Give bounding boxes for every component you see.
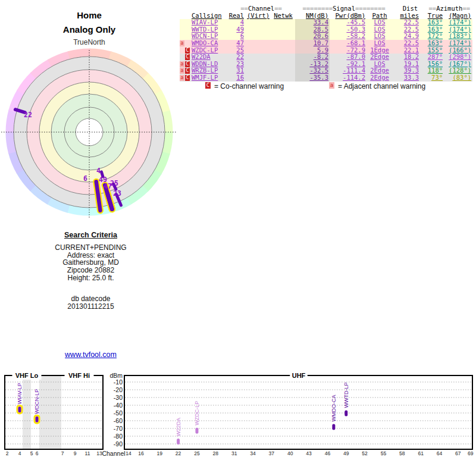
cell-miles[interactable]: 24.9 — [393, 33, 420, 40]
warning-markers: aC — [180, 61, 192, 68]
cell-callsign[interactable]: WMDO-CA — [192, 40, 227, 47]
cell-pwr[interactable]: -111.4 — [330, 67, 367, 74]
channel-tick-label: 69 — [468, 450, 474, 456]
cell-nm[interactable]: -13.2 — [295, 61, 330, 68]
cell-nm[interactable]: -32.5 — [295, 67, 330, 74]
cell-nm[interactable]: 33.4 — [295, 19, 330, 26]
spectrum-marker-WWTD-LP — [345, 410, 347, 416]
channel-tick-label: 4 — [18, 450, 21, 456]
cell-miles[interactable]: 19.1 — [393, 61, 420, 68]
cell-true[interactable]: 172° — [420, 33, 444, 40]
channel-tick-label: 6 — [36, 450, 39, 456]
cell-magn[interactable]: (174°) — [444, 26, 472, 33]
cell-real[interactable]: 6 — [227, 33, 245, 40]
cell-magn[interactable]: (174°) — [444, 40, 472, 47]
cell-nm[interactable]: -35.3 — [295, 74, 330, 82]
cell-netwk — [271, 40, 295, 47]
cell-pwr[interactable]: -68.1 — [330, 40, 367, 47]
cell-true[interactable]: 73° — [420, 74, 444, 82]
cell-virt — [245, 40, 271, 47]
cell-path[interactable]: LOS — [367, 40, 393, 47]
cell-miles[interactable]: 39.3 — [393, 67, 420, 74]
cell-nm[interactable]: 20.6 — [295, 33, 330, 40]
cell-nm[interactable]: 5.9 — [295, 47, 330, 54]
cell-pwr[interactable]: -114.2 — [330, 74, 367, 82]
cell-miles[interactable]: 22.5 — [393, 26, 420, 33]
cell-magn[interactable]: (298°) — [444, 54, 472, 61]
cell-callsign[interactable]: WDCN-LP — [192, 33, 227, 40]
cell-true[interactable]: 156° — [420, 61, 444, 68]
cell-callsign[interactable]: WRZB-LP — [192, 67, 227, 74]
spectrum-signal-label: WWTD-LP — [343, 382, 349, 408]
cell-callsign[interactable]: WMJF-LP — [192, 74, 227, 82]
spectrum-signal-label: WMDO-CA — [331, 395, 337, 422]
cell-path[interactable]: 2Edge — [367, 74, 393, 82]
cell-true[interactable]: 118° — [420, 67, 444, 74]
dist-group-header: Dist — [393, 5, 420, 12]
cell-pwr[interactable]: -92.1 — [330, 61, 367, 68]
cell-callsign[interactable]: WWTD-LP — [192, 26, 227, 33]
tvfool-report: Home Analog Only TrueNorth N 22449476252… — [0, 0, 476, 457]
cell-magn[interactable]: (83°) — [444, 74, 472, 82]
adjacent-warning-label: = Adjacent channel warning — [338, 82, 425, 90]
cell-miles[interactable]: 22.5 — [393, 40, 420, 47]
cell-real[interactable]: 16 — [227, 74, 245, 82]
cell-pwr[interactable]: -72.9 — [330, 47, 367, 54]
search-criteria-line: Height: 25.0 ft. — [0, 274, 181, 282]
cell-magn[interactable]: (128°) — [444, 67, 472, 74]
cell-callsign[interactable]: WZDC-LP — [192, 47, 227, 54]
cell-true[interactable]: 155° — [420, 47, 444, 54]
cell-path[interactable]: LOS — [367, 26, 393, 33]
cell-true[interactable]: 163° — [420, 40, 444, 47]
spectrum-marker-W22DA — [177, 439, 180, 445]
channel-tick-label: 31 — [231, 450, 237, 456]
cell-miles[interactable]: 22.1 — [393, 47, 420, 54]
table-row: aCWMJF-LP16-35.3-114.22Edge33.373°(83°) — [180, 74, 472, 82]
cell-true[interactable]: 163° — [420, 19, 444, 26]
channel-tick-label: 49 — [343, 450, 349, 456]
channel-tick-label: 11 — [85, 450, 90, 456]
col-path: Path — [367, 12, 393, 20]
cell-pwr[interactable]: -87.0 — [330, 54, 367, 61]
cell-miles[interactable]: 22.5 — [393, 19, 420, 26]
cell-callsign[interactable]: WIAV-LP — [192, 19, 227, 26]
cell-path[interactable]: 2Edge — [367, 54, 393, 61]
cell-callsign[interactable]: W22DA — [192, 54, 227, 61]
cell-callsign[interactable]: WDDN-LD — [192, 61, 227, 68]
cell-miles[interactable]: 33.3 — [393, 74, 420, 82]
dbm-tick-label: -80 — [114, 433, 123, 440]
cell-path[interactable]: LOS — [367, 33, 393, 40]
cell-path[interactable]: LOS — [367, 61, 393, 68]
cell-pwr[interactable]: -50.3 — [330, 26, 367, 33]
cell-path[interactable]: 1Edge — [367, 47, 393, 54]
cell-nm[interactable]: 10.7 — [295, 40, 330, 47]
cell-nm[interactable]: -8.2 — [295, 54, 330, 61]
channel-group-header: ==Channel== — [227, 5, 295, 12]
cell-true[interactable]: 287° — [420, 54, 444, 61]
cell-virt — [245, 61, 271, 68]
table-row: aCWDCN-LP620.6-58.2LOS24.9172°(183°) — [180, 33, 472, 40]
cell-real[interactable]: 31 — [227, 67, 245, 74]
cell-real[interactable]: 4 — [227, 19, 245, 26]
spectrum-marker-WIAV-LP — [18, 406, 21, 412]
cell-real[interactable]: 22 — [227, 54, 245, 61]
cell-pwr[interactable]: -58.2 — [330, 33, 367, 40]
col-miles: miles — [393, 12, 420, 20]
tvfool-link[interactable]: www.tvfool.com — [0, 350, 181, 359]
cell-nm[interactable]: 28.5 — [295, 26, 330, 33]
cell-real[interactable]: 25 — [227, 47, 245, 54]
cell-real[interactable]: 49 — [227, 26, 245, 33]
cell-real[interactable]: 23 — [227, 61, 245, 68]
cell-magn[interactable]: (183°) — [444, 33, 472, 40]
cell-real[interactable]: 47 — [227, 40, 245, 47]
cell-netwk — [271, 33, 295, 40]
cell-magn[interactable]: (167°) — [444, 61, 472, 68]
cell-true[interactable]: 163° — [420, 26, 444, 33]
cell-pwr[interactable]: -45.5 — [330, 19, 367, 26]
cell-path[interactable]: LOS — [367, 19, 393, 26]
cell-miles[interactable]: 18.2 — [393, 54, 420, 61]
co-channel-warning-icon: C — [185, 48, 190, 54]
cell-path[interactable]: 2Edge — [367, 67, 393, 74]
cell-magn[interactable]: (166°) — [444, 47, 472, 54]
cell-magn[interactable]: (174°) — [444, 19, 472, 26]
